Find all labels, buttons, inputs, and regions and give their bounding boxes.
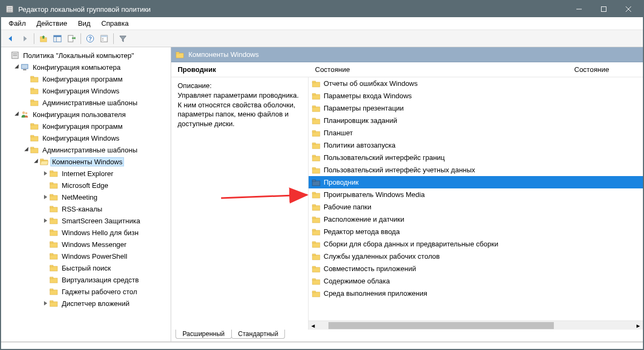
menu-help[interactable]: Справка [96,18,134,29]
svg-text:?: ? [89,36,92,42]
list-item[interactable]: Отчеты об ошибках Windows [309,77,643,90]
up-button[interactable] [37,32,50,45]
svg-rect-42 [50,171,53,172]
back-button[interactable] [4,32,17,45]
tree-search[interactable]: Быстрый поиск [1,262,171,274]
svg-rect-88 [312,205,316,206]
expander-icon[interactable] [32,158,40,165]
list-item[interactable]: Планировщик заданий [309,114,643,127]
show-hide-button[interactable] [51,32,64,45]
list-item[interactable]: Содержимое облака [309,275,643,287]
description-label: Описание: [178,82,302,90]
tree-attach[interactable]: Диспетчер вложений [1,297,171,309]
help-button[interactable]: ? [84,32,97,45]
tree-uc-software[interactable]: Конфигурация программ [1,120,171,132]
expander-icon[interactable] [42,170,49,177]
tree-label: Конфигурация программ [41,122,124,131]
list-item[interactable]: Планшет [309,127,643,139]
toolbar: ? [1,30,643,47]
tree-root[interactable]: Политика "Локальный компьютер" [1,49,171,61]
tree-cc-windows[interactable]: Конфигурация Windows [1,85,171,97]
folder-icon [30,145,39,154]
folder-icon [40,157,48,166]
desc-title-head: Проводник [171,63,309,76]
svg-rect-35 [31,136,38,141]
tree-smartscreen[interactable]: SmartScreen Защитника [1,215,171,227]
folder-icon [20,63,29,71]
tree-computer-config[interactable]: Конфигурация компьютера [1,61,171,73]
menu-view[interactable]: Вид [72,18,96,29]
filter-button[interactable] [116,32,129,45]
list-item[interactable]: Совместимость приложений [309,262,643,275]
tree-gadgets[interactable]: Гаджеты рабочего стол [1,286,171,297]
tree-rss[interactable]: RSS-каналы [1,203,171,215]
list-item[interactable]: Службы удаленных рабочих столов [309,250,643,262]
list-item[interactable]: Пользовательский интерфейс учетных данны… [309,164,643,176]
scroll-left-button[interactable]: ◂ [309,321,318,330]
folder-icon [312,265,320,273]
list-item[interactable]: Проводник [309,176,643,188]
svg-rect-53 [50,243,57,247]
tree-label: NetMeeting [60,193,99,202]
list-item[interactable]: Параметры входа Windows [309,90,643,102]
expander-icon[interactable] [13,111,20,118]
menu-file[interactable]: Файл [3,18,31,29]
list-item[interactable]: Среда выполнения приложения [309,287,643,300]
tree-virt[interactable]: Виртуализация средств [1,274,171,286]
tab-standard[interactable]: Стандартный [231,330,286,339]
tree-ie[interactable]: Internet Explorer [1,167,171,179]
tree-uc-windows[interactable]: Конфигурация Windows [1,132,171,144]
maximize-button[interactable] [591,1,616,17]
svg-rect-90 [312,217,316,218]
export-button[interactable] [65,32,78,45]
list-item-label: Политики автозапуска [324,141,396,149]
svg-rect-18 [102,38,104,39]
tree-scroll[interactable]: Политика "Локальный компьютер"Конфигурац… [1,47,171,341]
minimize-button[interactable] [567,1,591,17]
tab-extended[interactable]: Расширенный [175,330,232,339]
horizontal-scrollbar[interactable]: ◂ ▸ [309,320,643,330]
scroll-right-button[interactable]: ▸ [634,321,643,330]
list-item[interactable]: Проигрыватель Windows Media [309,188,643,201]
folder-icon [312,141,320,150]
list-item-label: Расположение и датчики [324,215,404,223]
tree-netmeeting[interactable]: NetMeeting [1,191,171,203]
status-bar [1,342,643,350]
list-item[interactable]: Рабочие папки [309,201,643,213]
menu-action[interactable]: Действие [31,18,72,29]
tree-label: Гаджеты рабочего стол [60,287,139,296]
properties-button[interactable] [98,32,111,45]
tree-win-components[interactable]: Компоненты Windows [1,156,171,167]
list-items[interactable]: Отчеты об ошибках WindowsПараметры входа… [309,77,643,320]
list-item[interactable]: Политики автозапуска [309,139,643,151]
close-button[interactable] [616,1,641,17]
expander-icon[interactable] [42,217,49,224]
tree-user-config[interactable]: Конфигурация пользователя [1,108,171,120]
tree-edge[interactable]: Microsoft Edge [1,179,171,191]
column-state[interactable]: Состояние [309,63,568,76]
tree-hello[interactable]: Windows Hello для бизн [1,227,171,238]
description-text: Управляет параметрами проводника. К ним … [178,91,302,128]
svg-rect-36 [31,135,34,137]
list-item[interactable]: Пользовательский интерфейс границ [309,151,643,164]
column-state-2[interactable]: Состояние [568,63,643,76]
list-item[interactable]: Расположение и датчики [309,213,643,225]
folder-icon [49,169,58,178]
expander-icon[interactable] [13,63,20,71]
svg-rect-81 [312,169,320,173]
tree-label: Компоненты Windows [50,157,124,166]
expander-icon[interactable] [42,193,49,201]
svg-rect-37 [31,148,38,153]
folder-icon [175,50,184,59]
expander-icon[interactable] [42,300,49,307]
tree-powershell[interactable]: Windows PowerShell [1,250,171,262]
list-item[interactable]: Редактор метода ввода [309,225,643,238]
list-item[interactable]: Сборки для сбора данных и предварительны… [309,238,643,250]
tree-uc-admin[interactable]: Административные шаблоны [1,144,171,156]
forward-button[interactable] [18,32,31,45]
list-item[interactable]: Параметры презентации [309,102,643,114]
tree-messenger[interactable]: Windows Messenger [1,238,171,250]
tree-cc-admin[interactable]: Административные шаблоны [1,97,171,108]
tree-cc-software[interactable]: Конфигурация программ [1,73,171,85]
expander-icon[interactable] [23,146,30,154]
